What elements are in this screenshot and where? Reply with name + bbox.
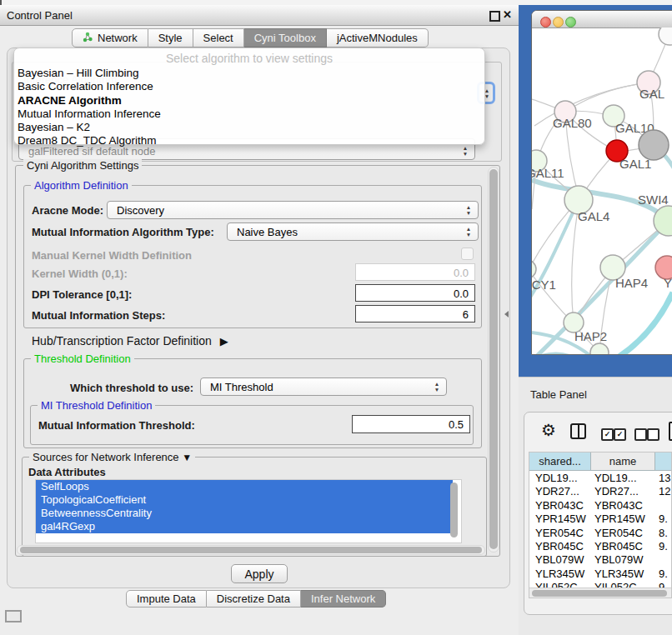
data-attribute-item[interactable]: BetweennessCentrality: [36, 507, 453, 520]
algorithm-list: Bayesian – Hill ClimbingBasic Correlatio…: [14, 67, 484, 148]
table-hscrollbar[interactable]: [529, 588, 672, 598]
dpi-tolerance-field[interactable]: 0.0: [355, 284, 475, 302]
tab-label: jActiveMNodules: [337, 32, 418, 44]
sources-title-label: Sources for Network Inference: [33, 451, 179, 463]
table-row[interactable]: YPR145WYPR145W9.: [529, 512, 671, 525]
close-icon[interactable]: ✕: [503, 8, 512, 21]
algorithm-option-basic-correlation-inference[interactable]: Basic Correlation Inference: [14, 80, 484, 93]
collapse-arrow-icon[interactable]: ▼: [182, 452, 192, 463]
mi-threshold-value: 0.5: [449, 418, 464, 431]
minimized-panel-icon[interactable]: [5, 610, 22, 622]
table-row[interactable]: YDR27...YDR27...12: [529, 484, 671, 498]
tab-label: Style: [158, 32, 183, 44]
table-rows: YDL19...YDL19...13YDR27...YDR27...12YBR0…: [529, 471, 671, 588]
mi-type-label: Mutual Information Algorithm Type:: [32, 226, 214, 238]
tab-network[interactable]: Network: [72, 28, 148, 48]
table-row[interactable]: YER054CYER054C8.: [529, 526, 671, 539]
hub-section-toggle[interactable]: Hub/Transcription Factor Definition ▶: [32, 334, 228, 348]
column-header[interactable]: [655, 452, 672, 471]
checked-box-icon[interactable]: ✓: [601, 428, 614, 441]
aracne-mode-label: Aracne Mode:: [32, 204, 103, 217]
table-cell: YER054C: [594, 527, 643, 539]
kernel-width-label: Kernel Width (0,1):: [32, 268, 128, 280]
data-attribute-item[interactable]: SelfLoops: [36, 480, 453, 493]
popup-placeholder: Select algorithm to view settings: [14, 48, 484, 67]
table-row[interactable]: YBL079WYBL079W: [529, 552, 671, 566]
algorithm-option-bayesian-k2[interactable]: Bayesian – K2: [14, 121, 484, 134]
table-cell: YDL19...: [594, 472, 637, 484]
zoom-button[interactable]: [565, 17, 576, 28]
network-node-gcy1[interactable]: [532, 260, 536, 278]
column-header-name[interactable]: name: [591, 452, 655, 471]
mi-steps-field[interactable]: 6: [355, 305, 475, 322]
stepper-icon: ▲▼: [464, 204, 474, 216]
manual-kernel-checkbox[interactable]: [461, 248, 474, 260]
kernel-width-value: 0.0: [454, 267, 469, 279]
algorithm-option-dream8-dc-tdc-algorithm[interactable]: Dream8 DC_TDC Algorithm: [14, 134, 484, 148]
table-row[interactable]: YBR043CYBR043C: [529, 498, 671, 512]
settings-hscrollbar-thumb[interactable]: [20, 547, 482, 553]
algorithm-definition-title: Algorithm Definition: [31, 179, 132, 192]
gear-icon[interactable]: ⚙: [541, 420, 556, 440]
tab-select[interactable]: Select: [193, 28, 244, 48]
unchecked-box-icon[interactable]: [634, 428, 647, 441]
which-threshold-value: MI Threshold: [210, 381, 273, 393]
screen: Control Panel ✕ NetworkStyleSelectCyni T…: [0, 0, 672, 635]
settings-vscrollbar-thumb[interactable]: [489, 169, 498, 549]
data-attributes-list[interactable]: SelfLoopsTopologicalCoefficientBetweenne…: [35, 479, 462, 543]
table-row[interactable]: YBR045CYBR045C9.: [529, 539, 671, 552]
attr-list-vscroll-thumb[interactable]: [450, 482, 458, 538]
network-window-titlebar[interactable]: [532, 11, 672, 28]
mi-type-combo[interactable]: Naive Bayes ▲▼: [227, 222, 479, 241]
apply-button[interactable]: Apply: [231, 564, 288, 583]
split-columns-icon[interactable]: [570, 423, 586, 439]
bottom-tab-impute-data[interactable]: Impute Data: [126, 590, 207, 608]
document-icon[interactable]: [669, 422, 672, 441]
network-canvas[interactable]: GALGAL80GAL10GAL1GAL11SWI4GAL4GCY1HAP4YH…: [532, 28, 672, 355]
tab-style[interactable]: Style: [148, 28, 193, 48]
table-cell: YLR345W: [594, 568, 644, 580]
algorithm-option-aracne-algorithm[interactable]: ARACNE Algorithm: [14, 94, 484, 108]
splitter-arrow-icon[interactable]: [504, 311, 509, 318]
algorithm-option-bayesian-hill-climbing[interactable]: Bayesian – Hill Climbing: [14, 67, 484, 80]
mi-threshold-field[interactable]: 0.5: [352, 415, 470, 433]
checked-box-icon[interactable]: ✓: [614, 428, 626, 441]
algorithm-option-mutual-information-inference[interactable]: Mutual Information Inference: [14, 108, 484, 121]
table-hscrollbar-thumb[interactable]: [532, 590, 667, 597]
which-threshold-combo[interactable]: MI Threshold ▲▼: [200, 378, 447, 396]
table-cell: 9.: [659, 568, 668, 580]
kernel-width-field[interactable]: 0.0: [355, 263, 475, 281]
table-cell: YBR045C: [594, 540, 643, 552]
table-cell: 9: [659, 581, 664, 588]
table-cell: 9.: [659, 540, 668, 552]
network-node[interactable]: [659, 28, 672, 45]
tab-cyni-toolbox[interactable]: Cyni Toolbox: [244, 28, 327, 48]
minimize-button[interactable]: [553, 17, 564, 28]
tab-label: Cyni Toolbox: [254, 32, 316, 44]
network-node[interactable]: [639, 130, 669, 160]
control-panel-titlebar: Control Panel ✕: [0, 5, 519, 26]
data-attribute-item[interactable]: gal4RGexp: [36, 520, 453, 533]
mi-steps-label: Mutual Information Steps:: [32, 309, 165, 322]
table-cell: YDR27...: [594, 485, 639, 498]
data-attribute-item[interactable]: TopologicalCoefficient: [36, 493, 453, 507]
table-cell: YBR043C: [535, 499, 584, 512]
table-cell: YER054C: [535, 527, 584, 539]
table-panel-title: Table Panel: [530, 388, 587, 401]
tab-jactivemnodules[interactable]: jActiveMNodules: [327, 28, 429, 48]
table-cell: YPR145W: [535, 512, 586, 525]
bottom-tab-discretize-data[interactable]: Discretize Data: [207, 590, 301, 608]
float-icon[interactable]: [489, 11, 500, 22]
bottom-tab-infer-network[interactable]: Infer Network: [301, 590, 386, 608]
node-table: shared...name YDL19...YDL19...13YDR27...…: [529, 452, 672, 598]
close-button[interactable]: [540, 17, 551, 28]
unchecked-box-icon[interactable]: [647, 428, 659, 441]
sources-title[interactable]: Sources for Network Inference ▼: [29, 451, 195, 464]
aracne-mode-combo[interactable]: Discovery ▲▼: [107, 201, 479, 219]
table-row[interactable]: YIL052CYIL052C9: [529, 580, 671, 588]
column-header-shared[interactable]: shared...: [529, 452, 591, 471]
expand-arrow-icon[interactable]: ▶: [220, 335, 228, 348]
table-cell: YBR045C: [535, 540, 584, 552]
table-row[interactable]: YLR345WYLR345W9.: [529, 567, 671, 580]
table-row[interactable]: YDL19...YDL19...13: [529, 471, 671, 484]
